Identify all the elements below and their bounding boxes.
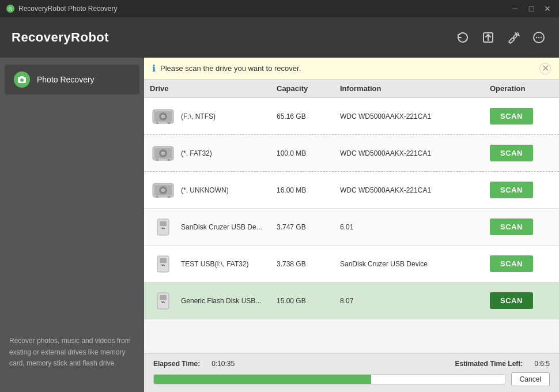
info-cell: WDC WD5000AAKX-221CA1 xyxy=(340,112,490,120)
upload-button[interactable] xyxy=(479,29,497,46)
table-row: ⌁ TEST USB(I:\, FAT32) 3.738 GB SanDisk … xyxy=(144,246,559,282)
info-icon: ℹ xyxy=(152,63,156,74)
more-button[interactable] xyxy=(530,29,547,46)
svg-point-6 xyxy=(536,37,537,38)
info-bar-left: ℹ Please scan the drive you want to reco… xyxy=(152,63,301,74)
capacity-cell: 3.747 GB xyxy=(277,223,340,231)
info-cell: WDC WD5000AAKX-221CA1 xyxy=(340,149,490,157)
info-cell: WDC WD5000AAKX-221CA1 xyxy=(340,186,490,194)
scan-button[interactable]: SCAN xyxy=(490,145,533,161)
elapsed-value: 0:10:35 xyxy=(211,360,235,368)
svg-rect-31 xyxy=(156,196,158,198)
drive-name: (F:\, NTFS) xyxy=(181,112,216,120)
maximize-button[interactable]: □ xyxy=(526,3,537,14)
status-row: Elapsed Time: 0:10:35 Estimated Time Lef… xyxy=(153,360,550,368)
status-bar: Elapsed Time: 0:10:35 Estimated Time Lef… xyxy=(144,353,559,392)
capacity-cell: 65.16 GB xyxy=(277,112,340,120)
svg-point-10 xyxy=(20,78,24,82)
table-body: (F:\, NTFS) 65.16 GB WDC WD5000AAKX-221C… xyxy=(144,98,559,353)
sidebar-item-photo-recovery[interactable]: Photo Recovery xyxy=(5,65,139,95)
op-cell: SCAN xyxy=(490,218,559,235)
table-row: ⌁ SanDisk Cruzer USB De... 3.747 GB 6.01… xyxy=(144,209,559,246)
more-icon xyxy=(532,31,545,44)
op-cell: SCAN xyxy=(490,255,559,272)
svg-text:⌁: ⌁ xyxy=(161,297,165,306)
svg-rect-32 xyxy=(168,196,170,198)
svg-point-8 xyxy=(541,37,542,38)
col-capacity: Capacity xyxy=(277,84,340,93)
capacity-cell: 15.00 GB xyxy=(277,297,340,305)
estimated-value: 0:6:5 xyxy=(534,360,550,368)
close-button[interactable]: ✕ xyxy=(542,3,553,14)
svg-point-23 xyxy=(163,153,164,154)
drive-cell: (*, UNKNOWN) xyxy=(150,179,277,202)
minimize-button[interactable]: ─ xyxy=(509,3,521,14)
drive-icon: ⌁ xyxy=(150,252,176,276)
svg-rect-11 xyxy=(20,76,24,78)
svg-point-4 xyxy=(516,33,519,35)
svg-text:R: R xyxy=(9,6,13,12)
svg-rect-18 xyxy=(168,122,170,124)
elapsed-label: Elapsed Time: xyxy=(153,360,200,368)
table-row: (F:\, NTFS) 65.16 GB WDC WD5000AAKX-221C… xyxy=(144,98,559,135)
scan-button[interactable]: SCAN xyxy=(490,255,533,272)
svg-text:⌁: ⌁ xyxy=(161,261,165,269)
capacity-cell: 3.738 GB xyxy=(277,260,340,268)
drive-name: (*, UNKNOWN) xyxy=(181,186,229,194)
table-row: (*, FAT32) 100.0 MB WDC WD5000AAKX-221CA… xyxy=(144,135,559,172)
scan-button[interactable]: SCAN xyxy=(490,182,533,198)
drive-cell: ⌁ TEST USB(I:\, FAT32) xyxy=(150,252,277,276)
upload-icon xyxy=(482,31,494,44)
info-cell: 8.07 xyxy=(340,297,490,305)
tools-button[interactable] xyxy=(505,29,522,46)
app-header: RecoveryRobot xyxy=(0,17,559,58)
drive-cell: (*, FAT32) xyxy=(150,142,277,165)
svg-rect-17 xyxy=(156,122,158,124)
sidebar: Photo Recovery Recover photos, music and… xyxy=(0,58,144,392)
content-area: ℹ Please scan the drive you want to reco… xyxy=(144,58,559,392)
drive-table: Drive Capacity Information Operation (F:… xyxy=(144,80,559,353)
svg-rect-25 xyxy=(168,159,170,161)
app-container: RecoveryRobot xyxy=(0,17,559,392)
col-drive: Drive xyxy=(150,84,277,93)
info-bar-close-button[interactable]: ✕ xyxy=(539,63,551,74)
cancel-button[interactable]: Cancel xyxy=(511,372,550,386)
svg-point-30 xyxy=(163,190,164,191)
info-bar: ℹ Please scan the drive you want to reco… xyxy=(144,58,559,80)
drive-icon: ⌁ xyxy=(150,289,176,312)
svg-point-16 xyxy=(163,116,164,117)
table-row: (*, UNKNOWN) 16.00 MB WDC WD5000AAKX-221… xyxy=(144,172,559,209)
drive-name: TEST USB(I:\, FAT32) xyxy=(181,260,249,268)
estimated-label: Estimated Time Left: xyxy=(455,360,523,368)
drive-cell: (F:\, NTFS) xyxy=(150,105,277,128)
op-cell: SCAN xyxy=(490,108,559,125)
drive-icon xyxy=(150,142,176,165)
op-cell: SCAN xyxy=(490,292,559,309)
info-bar-text: Please scan the drive you want to recove… xyxy=(160,64,301,73)
capacity-cell: 16.00 MB xyxy=(277,186,340,194)
scan-button[interactable]: SCAN xyxy=(490,292,533,309)
drive-icon xyxy=(150,179,176,202)
drive-name: Generic Flash Disk USB... xyxy=(181,297,261,305)
op-cell: SCAN xyxy=(490,145,559,161)
svg-rect-24 xyxy=(156,159,158,161)
drive-name: SanDisk Cruzer USB De... xyxy=(181,223,262,231)
app-logo: RecoveryRobot xyxy=(12,30,109,45)
scan-button[interactable]: SCAN xyxy=(490,108,533,125)
title-bar-text: RecoveryRobot Photo Recovery xyxy=(18,5,509,13)
col-information: Information xyxy=(340,84,490,93)
scan-button[interactable]: SCAN xyxy=(490,218,533,235)
camera-icon xyxy=(17,76,27,84)
tools-icon xyxy=(507,31,520,44)
refresh-icon xyxy=(456,31,469,44)
table-header: Drive Capacity Information Operation xyxy=(144,80,559,98)
sidebar-item-label: Photo Recovery xyxy=(37,75,95,84)
col-operation: Operation xyxy=(490,84,559,93)
info-cell: 6.01 xyxy=(340,223,490,231)
info-cell: SanDisk Cruzer USB Device xyxy=(340,260,490,268)
refresh-button[interactable] xyxy=(454,29,471,46)
drive-cell: ⌁ Generic Flash Disk USB... xyxy=(150,289,277,312)
title-bar-controls: ─ □ ✕ xyxy=(509,3,553,14)
drive-icon xyxy=(150,105,176,128)
main-area: Photo Recovery Recover photos, music and… xyxy=(0,58,559,392)
